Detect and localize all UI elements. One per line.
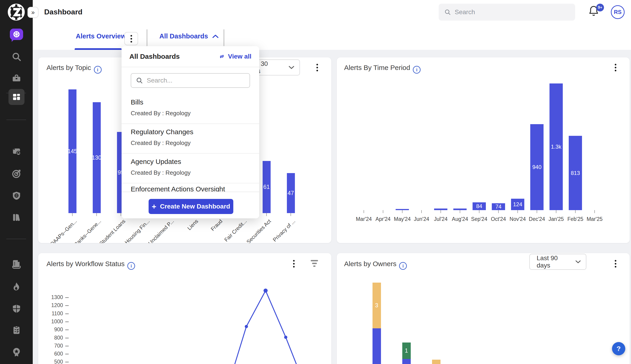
x-tick	[291, 213, 291, 216]
workflow-line	[235, 290, 297, 364]
top-bar: » Dashboard 9+ RS Alerts Overview All Da…	[0, 0, 631, 50]
sidebar-item-dashboard[interactable]	[0, 89, 33, 105]
sidebar-item-search[interactable]	[0, 48, 33, 65]
dashboard-list-item-bills[interactable]: Bills Created By : Regology	[122, 98, 259, 117]
sidebar-divider	[7, 120, 26, 120]
x-tick	[266, 213, 267, 216]
x-category-label: Jul'24	[431, 216, 450, 222]
bar-value-label: 47	[285, 190, 297, 196]
sidebar-item-library[interactable]	[0, 209, 33, 226]
x-category-label: Jan'25	[546, 216, 566, 222]
time-bar-Nov'24: 124	[511, 199, 524, 210]
alerts-by-time-period-chart: Mar'24Apr'24May'24Jun'24Jul'24Aug'2484Se…	[337, 58, 630, 243]
view-all-label: View all	[228, 53, 251, 60]
x-category-label: Jun'24	[412, 216, 431, 222]
shield-icon	[12, 304, 21, 314]
create-new-dashboard-button[interactable]: + Create New Dashboard	[149, 199, 233, 214]
sidebar-item-badge[interactable]	[0, 344, 33, 360]
dashboard-list-item-regulatory-changes[interactable]: Regulatory Changes Created By : Regology	[122, 128, 259, 146]
x-tick	[441, 210, 441, 213]
all-dashboards-dropdown-trigger[interactable]: All Dashboards	[159, 32, 219, 40]
sidebar-item-alerts-inbox[interactable]	[0, 143, 33, 160]
user-avatar[interactable]: RS	[611, 5, 624, 19]
x-category-label: Mar'24	[354, 216, 373, 222]
active-tab-underline	[75, 48, 122, 50]
popover-search[interactable]	[131, 73, 250, 88]
segment-value-label: 3	[371, 302, 382, 309]
workflow-data-point	[245, 325, 248, 328]
bar-value-label: 61	[260, 184, 273, 190]
view-all-link[interactable]: View all	[219, 53, 251, 60]
sidebar-item-security[interactable]	[0, 300, 33, 317]
item-created-by: Created By : Regology	[131, 140, 250, 146]
search-input[interactable]	[455, 8, 560, 16]
help-button[interactable]: ?	[612, 342, 625, 355]
card-alerts-by-workflow-status: Alerts by Workflow Statusi 1300120011001…	[38, 253, 331, 364]
library-icon	[12, 212, 22, 222]
tab-divider	[146, 29, 147, 46]
time-bar-Dec'24: 940	[530, 124, 544, 210]
global-search[interactable]	[439, 4, 575, 20]
expand-sidebar-button[interactable]: »	[28, 7, 39, 18]
tab-options-button[interactable]	[124, 32, 138, 45]
dashboard-list-item-agency-updates[interactable]: Agency Updates Created By : Regology	[122, 158, 259, 176]
x-tick	[556, 210, 556, 213]
tab-alerts-overview[interactable]: Alerts Overview	[76, 32, 126, 40]
popover-title: All Dashboards	[129, 52, 180, 60]
star-badge-icon	[12, 347, 22, 357]
sidebar-item-tasks[interactable]	[0, 322, 33, 338]
popover-footer: + Create New Dashboard	[122, 192, 259, 218]
bar-value-label: 813	[567, 170, 583, 176]
popover-search-input[interactable]	[147, 77, 243, 84]
x-tick	[364, 210, 364, 213]
sidebar-item-filings[interactable]	[0, 256, 33, 272]
search-icon	[444, 9, 451, 16]
time-bar-Aug'24	[453, 208, 467, 210]
assistant-bubble-icon	[10, 28, 23, 40]
x-tick	[498, 210, 499, 213]
topic-bar-2: 130	[93, 102, 101, 213]
sidebar-item-compliance[interactable]	[0, 188, 33, 204]
owners-bar-1-segment-1: 3	[372, 282, 381, 328]
x-tick	[121, 213, 121, 216]
sidebar-item-assistant[interactable]	[0, 26, 33, 42]
tab-row: Alerts Overview All Dashboards	[33, 24, 631, 50]
owners-bar-1-segment-2	[372, 328, 381, 364]
x-category-label: Oct'24	[489, 216, 508, 222]
owners-bar-2-segment-2	[402, 359, 411, 364]
workflow-data-point	[264, 288, 268, 293]
topic-bar-9: 61	[263, 161, 271, 213]
x-category-label: Sep'24	[470, 216, 489, 222]
sidebar-item-risk[interactable]	[0, 278, 33, 295]
popover-header: All Dashboards View all	[122, 46, 259, 67]
x-category-label: Mar'25	[585, 216, 604, 222]
list-divider	[122, 183, 259, 183]
x-tick	[383, 210, 383, 213]
card-alerts-by-owners: Alerts by Ownersi Last 90 days 31	[337, 253, 630, 364]
x-tick	[517, 210, 518, 213]
sidebar-item-workspace[interactable]	[0, 70, 33, 87]
time-bar-Jan'25: 1.3k	[549, 84, 563, 210]
bar-value-label: 74	[490, 204, 506, 210]
owners-bar-2-segment-1: 1	[402, 342, 411, 359]
x-tick	[402, 210, 402, 213]
create-button-label: Create New Dashboard	[160, 203, 230, 210]
sidebar-nav	[0, 24, 33, 364]
page-title: Dashboard	[44, 8, 82, 16]
bar-value-label: 145	[66, 148, 79, 154]
list-divider	[122, 153, 259, 154]
x-category-label: Nov'24	[508, 216, 527, 222]
x-tick	[594, 210, 595, 213]
notifications-button[interactable]: 9+	[588, 5, 604, 21]
clipboard-check-icon	[12, 325, 21, 335]
owners-bar-3-segment-1	[432, 360, 441, 364]
x-category-label: Apr'24	[373, 216, 393, 222]
x-category-label: Feb'25	[566, 216, 585, 222]
x-category-label: May'24	[393, 216, 412, 222]
item-name: Agency Updates	[131, 158, 250, 166]
tab-divider	[224, 29, 224, 46]
kebab-icon	[129, 34, 133, 44]
x-tick	[575, 210, 576, 213]
sidebar-item-goals[interactable]	[0, 166, 33, 182]
item-name: Regulatory Changes	[131, 128, 250, 136]
